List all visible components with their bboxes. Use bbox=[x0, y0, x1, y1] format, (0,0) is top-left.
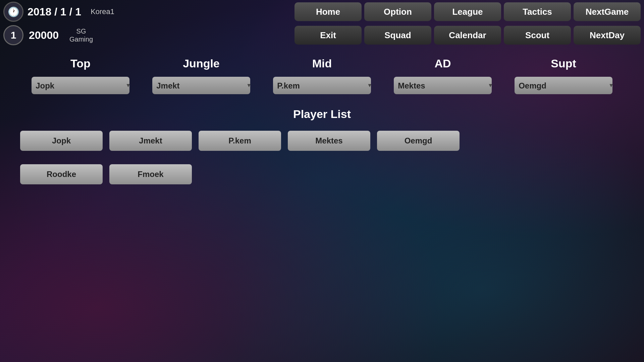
main-content: TopJopkRoodkeFmoekJungleJmektFmoekMidP.k… bbox=[0, 47, 644, 201]
position-label-top: Top bbox=[20, 57, 141, 70]
player-btn-jmekt[interactable]: Jmekt bbox=[109, 131, 192, 151]
nav-btn-league[interactable]: League bbox=[434, 2, 501, 21]
position-col-jungle: JungleJmektFmoek bbox=[141, 57, 262, 94]
player-row-0: JopkJmektP.kemMektesOemgd bbox=[20, 131, 460, 151]
clock-area: 🕐 2018 / 1 / 1 Korea1 bbox=[3, 2, 114, 22]
position-select-mid[interactable]: P.kem bbox=[273, 77, 371, 94]
position-label-mid: Mid bbox=[262, 57, 382, 70]
nav-btn-option[interactable]: Option bbox=[364, 2, 431, 21]
position-select-top[interactable]: JopkRoodkeFmoek bbox=[32, 77, 129, 94]
positions-row: TopJopkRoodkeFmoekJungleJmektFmoekMidP.k… bbox=[20, 57, 624, 94]
player-btn-oemgd[interactable]: Oemgd bbox=[377, 131, 460, 151]
position-select-jungle[interactable]: JmektFmoek bbox=[152, 77, 250, 94]
nav-btn-scout[interactable]: Scout bbox=[504, 26, 571, 45]
nav-btn-nextgame[interactable]: NextGame bbox=[574, 2, 641, 21]
date-label: 2018 / 1 / 1 bbox=[28, 6, 81, 18]
player-row-1: RoodkeFmoek bbox=[20, 164, 192, 184]
player-list-section: Player List JopkJmektP.kemMektesOemgdRoo… bbox=[20, 108, 624, 191]
rank-area: 1 20000 SGGaming bbox=[3, 25, 107, 45]
player-btn-p.kem[interactable]: P.kem bbox=[199, 131, 281, 151]
team-label: SGGaming bbox=[69, 27, 93, 43]
position-col-mid: MidP.kem bbox=[262, 57, 382, 94]
position-label-ad: AD bbox=[382, 57, 503, 70]
player-list-title: Player List bbox=[20, 108, 624, 121]
player-btn-mektes[interactable]: Mektes bbox=[288, 131, 370, 151]
position-col-supt: SuptOemgd bbox=[503, 57, 624, 94]
nav-btn-exit[interactable]: Exit bbox=[294, 26, 362, 45]
region-label: Korea1 bbox=[91, 7, 114, 16]
position-label-supt: Supt bbox=[503, 57, 624, 70]
rank-badge: 1 bbox=[3, 25, 23, 45]
nav-btn-nextday[interactable]: NextDay bbox=[574, 26, 641, 45]
nav-row2: ExitSquadCalendarScoutNextDay bbox=[107, 26, 641, 45]
player-btn-roodke[interactable]: Roodke bbox=[20, 164, 103, 184]
position-col-ad: ADMektes bbox=[382, 57, 503, 94]
position-label-jungle: Jungle bbox=[141, 57, 262, 70]
second-bar: 1 20000 SGGaming ExitSquadCalendarScoutN… bbox=[0, 23, 644, 47]
clock-icon: 🕐 bbox=[3, 2, 23, 22]
player-list-grid: JopkJmektP.kemMektesOemgdRoodkeFmoek bbox=[20, 131, 624, 191]
nav-btn-home[interactable]: Home bbox=[294, 2, 362, 21]
position-select-supt[interactable]: Oemgd bbox=[515, 77, 612, 94]
money-label: 20000 bbox=[29, 29, 59, 42]
nav-btn-tactics[interactable]: Tactics bbox=[504, 2, 571, 21]
player-btn-fmoek[interactable]: Fmoek bbox=[109, 164, 192, 184]
nav-row1: HomeOptionLeagueTacticsNextGame bbox=[114, 2, 641, 21]
position-col-top: TopJopkRoodkeFmoek bbox=[20, 57, 141, 94]
nav-btn-squad[interactable]: Squad bbox=[364, 26, 431, 45]
position-select-ad[interactable]: Mektes bbox=[394, 77, 492, 94]
player-btn-jopk[interactable]: Jopk bbox=[20, 131, 103, 151]
top-bar: 🕐 2018 / 1 / 1 Korea1 HomeOptionLeagueTa… bbox=[0, 0, 644, 23]
nav-btn-calendar[interactable]: Calendar bbox=[434, 26, 501, 45]
